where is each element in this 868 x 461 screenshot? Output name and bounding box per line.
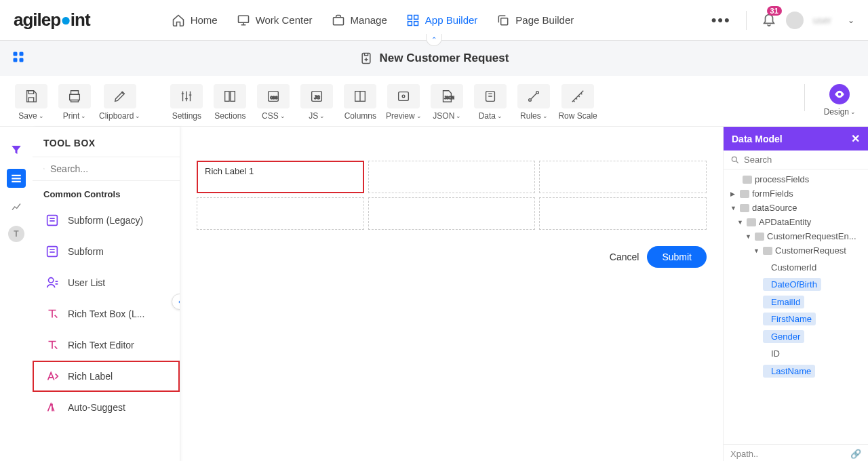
tree-node[interactable]: ▼CustomerRequestEn... (724, 229, 868, 243)
chart-rail-item[interactable] (7, 197, 26, 216)
svg-point-24 (536, 92, 539, 94)
toolbox-search[interactable] (33, 157, 180, 181)
preview-button[interactable]: Preview⌄ (384, 84, 422, 121)
form-cell-empty[interactable] (539, 161, 707, 193)
tree-field[interactable]: FirstName (763, 313, 816, 325)
form-cell-empty[interactable] (539, 197, 707, 230)
tree-node[interactable]: ▼CustomerRequest (724, 243, 868, 258)
svg-point-23 (529, 99, 532, 102)
nav-manage[interactable]: Manage (332, 14, 387, 27)
link-icon[interactable]: 🔗 (850, 449, 861, 459)
svg-text:JSON: JSON (445, 96, 455, 100)
svg-point-28 (43, 168, 44, 169)
control-autosuggest[interactable]: Auto-Suggest (33, 392, 180, 423)
notifications-bell[interactable]: 31 (762, 12, 776, 29)
apps-icon[interactable] (12, 51, 24, 66)
home-icon (172, 14, 185, 27)
toolbox-section-header: Common Controls (33, 181, 180, 205)
search-input[interactable] (744, 155, 861, 165)
tree-field[interactable]: LastName (763, 365, 815, 378)
save-button[interactable]: Save⌄ (12, 84, 50, 121)
nav-appbuilder[interactable]: App Builder (406, 14, 478, 27)
control-subform-legacy[interactable]: Subform (Legacy) (33, 205, 180, 236)
tree-node[interactable]: processFields (724, 172, 868, 186)
svg-rect-26 (12, 178, 21, 179)
form-icon (45, 213, 60, 228)
tree-field[interactable]: Gender (763, 330, 804, 343)
nav-pagebuilder[interactable]: Page Builder (496, 14, 574, 27)
form-cell-empty[interactable] (368, 161, 536, 193)
user-menu-chevron[interactable]: ⌄ (848, 16, 854, 25)
tree-field[interactable]: ID (763, 347, 784, 360)
collapse-toggle[interactable]: ⌃ (426, 34, 442, 46)
tree-field[interactable]: CustomerId (763, 261, 821, 274)
form-grid: Rich Label 1 (197, 161, 707, 230)
print-icon (67, 89, 82, 104)
data-button[interactable]: Data⌄ (471, 84, 509, 121)
sections-button[interactable]: Sections (211, 84, 249, 121)
cancel-button[interactable]: Cancel (610, 252, 639, 262)
svg-rect-25 (12, 175, 21, 176)
label-icon (45, 369, 60, 384)
svg-rect-7 (14, 52, 18, 56)
username: user (813, 15, 831, 26)
template-rail-item[interactable]: T (8, 226, 24, 242)
svg-rect-5 (414, 21, 418, 25)
avatar[interactable] (786, 12, 804, 29)
search-input[interactable] (50, 163, 169, 174)
json-icon: JSON (439, 89, 454, 104)
js-button[interactable]: JS JS⌄ (298, 84, 336, 121)
svg-point-20 (403, 95, 406, 98)
nav-workcenter[interactable]: Work Center (237, 14, 313, 27)
clipboard-button[interactable]: Clipboard⌄ (99, 84, 140, 121)
submit-button[interactable]: Submit (647, 246, 707, 268)
grid-icon (406, 14, 420, 27)
controls-rail-item[interactable] (7, 169, 26, 188)
control-richtexteditor[interactable]: Rich Text Editor (33, 329, 180, 361)
form-cell-empty[interactable] (197, 197, 364, 230)
form-cell-richlabel[interactable]: Rich Label 1 (197, 161, 364, 193)
rowscale-button[interactable]: Row Scale (558, 84, 597, 121)
nav-items: Home Work Center Manage App Builder Page… (172, 14, 574, 27)
control-richlabel[interactable]: Rich Label (33, 361, 180, 392)
control-userlist[interactable]: User List (33, 267, 180, 298)
svg-rect-27 (12, 181, 21, 182)
control-richtextbox[interactable]: Rich Text Box (L... (33, 298, 180, 329)
nav-home[interactable]: Home (172, 14, 218, 27)
tree-field[interactable]: EmailId (763, 296, 804, 308)
design-mode-button[interactable]: Design⌄ (824, 84, 856, 117)
data-model-header: Data Model ✕ (724, 127, 868, 151)
svg-rect-30 (47, 247, 58, 257)
css-button[interactable]: css CSS⌄ (254, 84, 292, 121)
tree-node[interactable]: ▶formFields (724, 186, 868, 201)
rules-button[interactable]: Rules⌄ (515, 84, 553, 121)
breadcrumb-bar: ⌃ New Customer Request (0, 41, 868, 76)
nav-label: Home (191, 14, 218, 26)
copy-icon (496, 14, 510, 27)
search-icon (730, 155, 740, 165)
svg-rect-2 (408, 15, 412, 19)
print-button[interactable]: Print⌄ (56, 84, 94, 121)
nav-label: Work Center (256, 14, 313, 26)
tree-node[interactable]: ▼APDataEntity (724, 215, 868, 229)
brand-logo: agilep●int (14, 9, 90, 31)
svg-point-31 (49, 278, 54, 283)
tree-field[interactable]: DateOfBirth (763, 278, 821, 291)
close-icon[interactable]: ✕ (851, 132, 860, 145)
control-subform[interactable]: Subform (33, 236, 180, 267)
settings-button[interactable]: Settings (167, 84, 205, 121)
json-button[interactable]: JSON JSON⌄ (428, 84, 466, 121)
form-cell-empty[interactable] (368, 197, 536, 230)
sliders-icon (179, 89, 194, 104)
columns-button[interactable]: Columns (341, 84, 379, 121)
form-canvas: Rich Label 1 Cancel Submit (180, 127, 723, 461)
svg-point-32 (732, 157, 736, 161)
data-model-footer: Xpath.. 🔗 (724, 444, 868, 461)
tree-node[interactable]: ▼dataSource (724, 201, 868, 215)
sections-icon (222, 89, 237, 104)
filter-rail-item[interactable] (7, 140, 26, 159)
more-menu[interactable]: ••• (711, 12, 731, 29)
nav-label: Page Builder (515, 14, 574, 26)
data-model-search[interactable] (724, 151, 868, 169)
svg-rect-4 (408, 21, 412, 25)
